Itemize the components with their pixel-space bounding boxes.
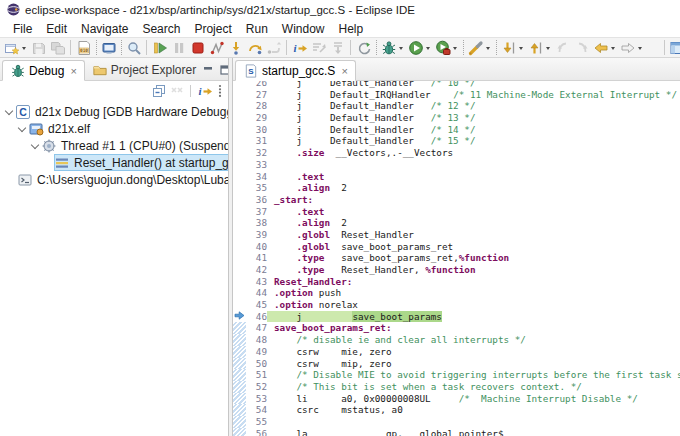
- code-line-38[interactable]: 38 .align 2: [233, 217, 680, 229]
- code-line-51[interactable]: 51 /* Disable MIE to avoid triggering in…: [233, 369, 680, 381]
- annotation-ruler[interactable]: [233, 112, 246, 124]
- dropdown-arrow-icon[interactable]: [22, 47, 26, 50]
- code-line-39[interactable]: 39 .globl Reset_Handler: [233, 229, 680, 241]
- code-line-37[interactable]: 37 .text: [233, 206, 680, 218]
- code-text[interactable]: save_boot_params_ret:: [267, 322, 392, 334]
- code-text[interactable]: /* This bit is set when a task recovers …: [267, 381, 582, 393]
- dropdown-arrow-icon[interactable]: [486, 47, 490, 50]
- flash-programmer-button[interactable]: [466, 38, 493, 57]
- line-number[interactable]: 41: [246, 252, 267, 264]
- code-text[interactable]: Reset_Handler:: [267, 276, 352, 288]
- tab-debug[interactable]: Debug×: [2, 60, 85, 81]
- next-annotation-button[interactable]: [499, 38, 526, 57]
- menu-help[interactable]: Help: [332, 22, 371, 36]
- code-text[interactable]: [267, 159, 274, 171]
- annotation-ruler[interactable]: [233, 124, 246, 136]
- code-text[interactable]: .align 2: [267, 217, 347, 229]
- annotation-ruler[interactable]: [233, 241, 246, 253]
- code-text[interactable]: la gp, __global_pointer$: [267, 428, 504, 436]
- code-line-54[interactable]: 54 csrc mstatus, a0: [233, 404, 680, 416]
- code-line-42[interactable]: 42 .type Reset_Handler, %function: [233, 264, 680, 276]
- annotation-ruler[interactable]: [233, 404, 246, 416]
- annotation-ruler[interactable]: [233, 428, 246, 436]
- restart-button[interactable]: [354, 38, 373, 57]
- close-icon[interactable]: ×: [341, 65, 347, 77]
- code-text[interactable]: j save_boot_params: [267, 311, 442, 323]
- minimize-button[interactable]: [203, 65, 214, 75]
- code-line-40[interactable]: 40 .globl save_boot_params_ret: [233, 241, 680, 253]
- annotation-ruler[interactable]: [233, 206, 246, 218]
- code-text[interactable]: .globl Reset_Handler: [267, 229, 414, 241]
- annotation-ruler[interactable]: [233, 369, 246, 381]
- dropdown-arrow-icon[interactable]: [426, 47, 430, 50]
- line-number[interactable]: 39: [246, 229, 267, 241]
- annotation-ruler[interactable]: [233, 416, 246, 428]
- annotation-ruler[interactable]: [233, 311, 246, 323]
- code-area[interactable]: 26 j Default_Handler /* 10 */27 j Defaul…: [233, 81, 680, 436]
- step-over-button[interactable]: [245, 38, 264, 57]
- annotation-ruler[interactable]: [233, 358, 246, 370]
- dropdown-arrow-icon[interactable]: [453, 47, 457, 50]
- annotation-ruler[interactable]: [233, 159, 246, 171]
- expander-chevron-icon[interactable]: [30, 140, 41, 151]
- line-number[interactable]: 35: [246, 182, 267, 194]
- dropdown-arrow-icon[interactable]: [399, 47, 403, 50]
- annotation-ruler[interactable]: [233, 147, 246, 159]
- close-icon[interactable]: ×: [70, 65, 76, 77]
- line-number[interactable]: 48: [246, 334, 267, 346]
- menu-navigate[interactable]: Navigate: [74, 22, 135, 36]
- run-button[interactable]: [406, 38, 433, 57]
- code-line-31[interactable]: 31 j Default_Handler /* 15 */: [233, 135, 680, 147]
- line-number[interactable]: 36: [246, 194, 267, 206]
- annotation-ruler[interactable]: [233, 194, 246, 206]
- back-button[interactable]: [591, 38, 618, 57]
- code-line-27[interactable]: 27 j Default_IRQHandler /* 11 Machine-Mo…: [233, 89, 680, 101]
- line-number[interactable]: 40: [246, 241, 267, 253]
- tab-project-explorer[interactable]: Project Explorer: [85, 59, 203, 80]
- code-text[interactable]: j Default_Handler /* 12 */: [267, 100, 476, 112]
- annotation-ruler[interactable]: [233, 89, 246, 101]
- code-line-48[interactable]: 48 /* disable ie and clear all interrupt…: [233, 334, 680, 346]
- code-line-47[interactable]: 47save_boot_params_ret:: [233, 322, 680, 334]
- code-line-49[interactable]: 49 csrw mie, zero: [233, 346, 680, 358]
- code-text[interactable]: csrw mip, zero: [267, 358, 392, 370]
- step-into-button[interactable]: [226, 38, 245, 57]
- line-number[interactable]: 27: [246, 89, 267, 101]
- code-text[interactable]: [267, 416, 274, 428]
- code-line-26[interactable]: 26 j Default_Handler /* 10 */: [233, 81, 680, 89]
- menu-project[interactable]: Project: [187, 22, 238, 36]
- code-line-41[interactable]: 41 .type save_boot_params_ret,%function: [233, 252, 680, 264]
- code-text[interactable]: .size __Vectors,.-__Vectors: [267, 147, 453, 159]
- line-number[interactable]: 50: [246, 358, 267, 370]
- instruction-stepping-button[interactable]: i: [290, 38, 309, 57]
- annotation-ruler[interactable]: [233, 322, 246, 334]
- line-number[interactable]: 34: [246, 171, 267, 183]
- line-number[interactable]: 54: [246, 404, 267, 416]
- line-number[interactable]: 42: [246, 264, 267, 276]
- annotation-ruler[interactable]: [233, 287, 246, 299]
- maximize-button[interactable]: [220, 65, 229, 75]
- tree-item[interactable]: C:\Users\guojun.dong\Desktop\Luban: [0, 171, 228, 188]
- code-line-56[interactable]: 56 la gp, __global_pointer$: [233, 428, 680, 436]
- tree-item[interactable]: Reset_Handler() at startup_gcc.S:: [0, 154, 228, 171]
- line-number[interactable]: 56: [246, 428, 267, 436]
- code-text[interactable]: j Default_Handler /* 13 */: [267, 112, 476, 124]
- line-number[interactable]: 43: [246, 276, 267, 288]
- menu-edit[interactable]: Edit: [39, 22, 74, 36]
- annotation-ruler[interactable]: [233, 264, 246, 276]
- annotation-ruler[interactable]: [233, 381, 246, 393]
- dropdown-arrow-icon[interactable]: [519, 47, 523, 50]
- code-line-53[interactable]: 53 li a0, 0x00000008UL /* Machine Interr…: [233, 393, 680, 405]
- line-number[interactable]: 26: [246, 81, 267, 89]
- previous-annotation-button[interactable]: [526, 38, 553, 57]
- annotation-ruler[interactable]: [233, 299, 246, 311]
- annotation-ruler[interactable]: [233, 252, 246, 264]
- code-text[interactable]: /* Disable MIE to avoid triggering inter…: [267, 369, 680, 381]
- annotation-ruler[interactable]: [233, 334, 246, 346]
- view-menu-button[interactable]: [217, 84, 223, 98]
- code-line-29[interactable]: 29 j Default_Handler /* 13 */: [233, 112, 680, 124]
- code-line-35[interactable]: 35 .align 2: [233, 182, 680, 194]
- line-number[interactable]: 31: [246, 135, 267, 147]
- code-text[interactable]: _start:: [267, 194, 313, 206]
- annotation-ruler[interactable]: [233, 393, 246, 405]
